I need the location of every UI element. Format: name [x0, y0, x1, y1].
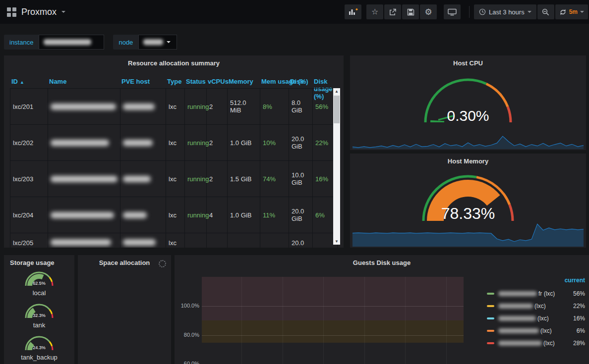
legend-item[interactable]: (lxc)6% [487, 324, 585, 337]
panel-title[interactable]: Guests Disk usage [175, 255, 589, 266]
cell-name [48, 161, 120, 197]
panel-storage-usage: Storage usage 62.5%local32.3%tank24.3%ta… [4, 255, 74, 364]
cell-id: lxc/203 [10, 161, 48, 197]
legend-item[interactable]: (lxc)28% [487, 337, 585, 349]
storage-gauge-label: tank_backup [4, 354, 74, 361]
redacted-guest-name [51, 140, 109, 146]
cell-status: running [185, 125, 207, 160]
save-button[interactable] [402, 4, 419, 19]
cell-name [48, 89, 120, 124]
cell-memory [228, 233, 260, 248]
time-range-picker[interactable]: Last 3 hours [474, 4, 536, 19]
storage-gauge-local: 62.5%local [4, 269, 74, 297]
legend-items: fr (lxc)56%(lxc)22%(lxc)16%(lxc)6%(lxc)2… [487, 287, 585, 349]
star-icon: ☆ [371, 8, 378, 16]
host-memory-gauge: 78.33% [418, 169, 518, 224]
legend-current-value: 22% [573, 303, 585, 310]
template-variables: instance node [4, 35, 177, 50]
cell-status: running [185, 197, 207, 233]
time-range-label: Last 3 hours [489, 8, 525, 16]
cell-disk: 20.0 GiB [289, 233, 313, 248]
redacted-series-name [498, 316, 536, 321]
legend-item[interactable]: (lxc)16% [487, 312, 585, 324]
instance-value-dropdown[interactable] [39, 35, 104, 50]
node-label: node [113, 39, 138, 46]
table-row-lxc-204: lxc/204lxcrunning41.0 GiB11%20.0 GiB6% [10, 197, 337, 233]
nav-toolbar: ☆ ⚙ [344, 4, 588, 19]
nav-left: Proxmox [7, 0, 65, 24]
variable-instance: instance [4, 35, 104, 50]
panel-space-allocation: Space allocation [78, 255, 171, 364]
redacted-series-name [498, 291, 537, 296]
table-body: lxc/201lxcrunning2512.0 MiB8%8.0 GiB56%l… [10, 88, 337, 248]
panel-title[interactable]: Host CPU [350, 55, 586, 67]
legend-color-dash [487, 293, 494, 295]
cell-vcpus: 2 [207, 161, 228, 197]
redacted-guest-name [51, 104, 116, 110]
legend-color-dash [487, 317, 494, 319]
panel-host-cpu: Host CPU 0.30% [350, 55, 586, 150]
add-panel-button[interactable] [345, 4, 361, 19]
star-button[interactable]: ☆ [366, 4, 383, 19]
redacted-node-value [143, 39, 163, 45]
gridline [283, 277, 283, 364]
legend-current-value: 6% [577, 327, 585, 334]
scroll-down-arrow-icon[interactable]: ▼ [333, 238, 340, 245]
cell-memory: 512.0 MiB [228, 89, 260, 124]
legend-series-suffix: (lxc) [540, 327, 552, 334]
host-cpu-sparkline [353, 135, 584, 149]
cell-pve-host [120, 233, 166, 248]
redacted-instance-value [44, 39, 91, 45]
cell-type: lxc [166, 161, 185, 197]
redacted-pve-host [123, 212, 147, 218]
host-memory-sparkline [353, 222, 584, 247]
chevron-down-icon[interactable] [61, 11, 65, 13]
column-header-mem-usage-[interactable]: Mem usage (%) [260, 75, 289, 103]
toolbar-divider [469, 6, 470, 18]
tv-icon [448, 8, 457, 16]
legend-item[interactable]: (lxc)22% [487, 300, 585, 312]
clock-icon [479, 8, 486, 15]
y-axis-tick: 60.0% [176, 361, 199, 364]
panel-title[interactable]: Host Memory [350, 154, 586, 165]
refresh-button[interactable]: 5m [555, 4, 588, 19]
cell-id: lxc/202 [10, 125, 48, 160]
zoom-out-button[interactable] [537, 4, 554, 19]
guests-disk-plot[interactable] [202, 277, 464, 364]
cell-vcpus [207, 233, 228, 248]
cell-memory: 1.0 GiB [228, 125, 260, 160]
variable-node: node [113, 35, 177, 50]
table-scrollbar[interactable]: ▲ ▼ [333, 88, 340, 245]
legend-current-header[interactable]: current [487, 277, 585, 287]
settings-button[interactable]: ⚙ [420, 4, 437, 19]
cell-name [48, 125, 120, 160]
cell-status: running [185, 161, 207, 197]
storage-gauge-tank_backup: 24.3%tank_backup [4, 333, 74, 361]
storage-gauge-label: tank [4, 321, 74, 329]
kiosk-mode-button[interactable] [444, 4, 461, 19]
redacted-series-name [498, 304, 533, 309]
cell-disk: 10.0 GiB [289, 161, 313, 197]
legend-color-dash [487, 305, 494, 307]
cell-type: lxc [166, 233, 185, 248]
panel-title[interactable]: Space allocation [78, 255, 171, 266]
cell-id: lxc/204 [10, 197, 48, 233]
table-row-lxc-202: lxc/202lxcrunning21.0 GiB10%20.0 GiB22% [10, 124, 337, 160]
panel-title[interactable]: Storage usage [4, 255, 74, 266]
gridline [446, 277, 447, 364]
dashboard-title[interactable]: Proxmox [21, 7, 57, 17]
node-value-dropdown[interactable] [138, 35, 177, 50]
redacted-pve-host [123, 176, 151, 182]
dashboards-grid-icon[interactable] [7, 7, 16, 17]
cell-mem-usage [260, 233, 289, 248]
storage-gauge-label: local [4, 289, 74, 297]
redacted-guest-name [51, 239, 111, 246]
gear-icon: ⚙ [424, 8, 432, 16]
scrollbar-thumb[interactable] [334, 96, 340, 123]
share-icon [389, 8, 397, 16]
storage-gauge-tank: 32.3%tank [4, 301, 74, 329]
scroll-up-arrow-icon[interactable]: ▲ [333, 88, 340, 95]
share-button[interactable] [384, 4, 401, 19]
panel-title[interactable]: Resource allocation summary [4, 55, 344, 67]
legend-item[interactable]: fr (lxc)56% [487, 287, 585, 300]
